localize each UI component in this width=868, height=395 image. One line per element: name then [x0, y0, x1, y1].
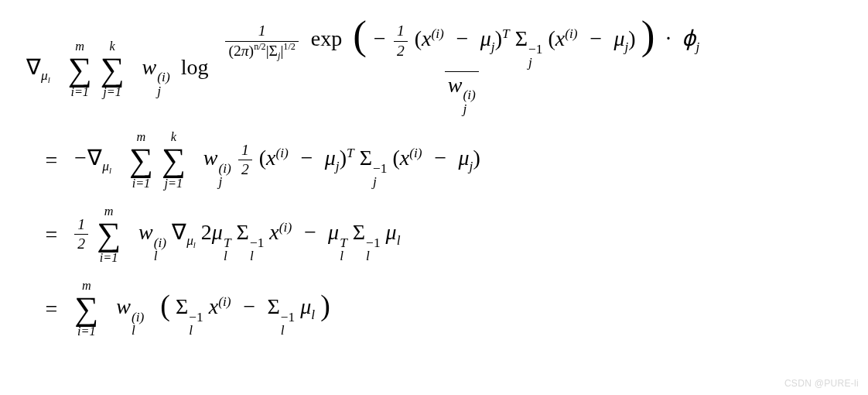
- normalizer-fraction: 1 (2π)n/2|Σj|1/2: [225, 23, 298, 59]
- equation-line-2: 1 2 m ∑ i=1 w(i)l ∇μl 2μTl Σ−1l x(i) − μ…: [70, 198, 707, 272]
- align-left-3: [23, 272, 32, 346]
- sum-j: k ∑ j=1: [101, 40, 125, 99]
- align-left-1: [23, 123, 32, 198]
- sum-i: m ∑ i=1: [68, 40, 92, 99]
- sigma-icon: ∑: [162, 143, 186, 177]
- sigma-icon: ∑: [68, 53, 92, 86]
- nabla-symbol: ∇: [172, 220, 186, 244]
- equation-line-0: ∇μl m ∑ i=1 k ∑ j=1 w(i)j log 1 (2π)n/2|…: [23, 15, 707, 123]
- sum-i: m ∑ i=1: [97, 205, 121, 264]
- sigma-icon: ∑: [97, 218, 121, 251]
- equals-1: =: [32, 123, 70, 198]
- sum-j: k ∑ j=1: [162, 131, 186, 190]
- one-half: 1 2: [74, 217, 88, 252]
- equation-derivation: ∇μl m ∑ i=1 k ∑ j=1 w(i)j log 1 (2π)n/2|…: [0, 0, 868, 346]
- watermark: CSDN @PURE-li: [784, 378, 859, 389]
- equation-align: ∇μl m ∑ i=1 k ∑ j=1 w(i)j log 1 (2π)n/2|…: [23, 15, 707, 346]
- one-half: 1 2: [394, 23, 408, 59]
- equals-2: =: [32, 198, 70, 272]
- equals-3: =: [32, 272, 70, 346]
- sigma-icon: ∑: [74, 292, 98, 325]
- equation-line-1: −∇μl m ∑ i=1 k ∑ j=1 w(i)j 1 2 (x(i) − μ…: [70, 123, 707, 198]
- sigma-icon: ∑: [129, 143, 153, 177]
- one-half: 1 2: [238, 143, 252, 178]
- equation-line-3: m ∑ i=1 w(i)l ( Σ−1l x(i) − Σ−1l μl ): [70, 272, 707, 346]
- big-fraction: 1 (2π)n/2|Σj|1/2 exp ( − 1 2 (x(i) − μj)…: [220, 23, 702, 115]
- align-left-2: [23, 198, 32, 272]
- nabla-symbol: ∇: [87, 146, 102, 170]
- sum-i: m ∑ i=1: [129, 131, 153, 190]
- nabla-symbol: ∇: [26, 55, 41, 79]
- sigma-icon: ∑: [101, 53, 125, 86]
- sum-i: m ∑ i=1: [74, 280, 98, 338]
